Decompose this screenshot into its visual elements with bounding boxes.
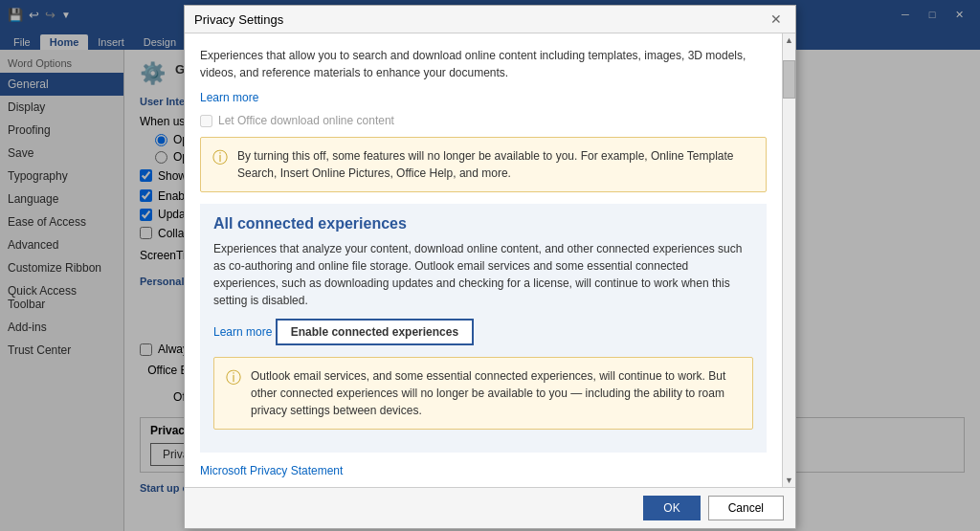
dialog-body-text: Experiences that allow you to search and… xyxy=(200,47,767,81)
dialog-content: Experiences that allow you to search and… xyxy=(185,33,782,487)
warning-box-2: ⓘ Outlook email services, and some essen… xyxy=(213,357,753,430)
warning-box-1: ⓘ By turning this off, some features wil… xyxy=(200,137,767,192)
let-office-label: Let Office download online content xyxy=(218,114,394,127)
main-area: Word Options General Display Proofing Sa… xyxy=(0,50,980,531)
warning-icon-2: ⓘ xyxy=(226,368,241,388)
warning-icon-1: ⓘ xyxy=(212,148,228,168)
ok-button[interactable]: OK xyxy=(643,496,700,520)
dialog-title: Privacy Settings xyxy=(194,12,283,27)
learn-more-link-1[interactable]: Learn more xyxy=(200,91,258,104)
warning-text-1: By turning this off, some features will … xyxy=(237,147,754,182)
scroll-down[interactable]: ▼ xyxy=(783,474,795,487)
enable-connected-button[interactable]: Enable connected experiences xyxy=(276,319,474,345)
let-office-check xyxy=(200,115,212,127)
scrollbar-thumb[interactable] xyxy=(783,60,795,99)
dialog-footer: OK Cancel xyxy=(185,487,795,528)
cancel-button[interactable]: Cancel xyxy=(708,496,784,520)
all-connected-title: All connected experiences xyxy=(213,215,753,232)
dialog-scrollbar[interactable]: ▲ ▼ xyxy=(782,33,795,487)
dialog-close-button[interactable]: ✕ xyxy=(767,11,786,27)
let-office-row: Let Office download online content xyxy=(200,114,767,127)
warning-text-2: Outlook email services, and some essenti… xyxy=(251,367,741,419)
all-connected-section: All connected experiences Experiences th… xyxy=(200,204,767,453)
privacy-dialog: Privacy Settings ✕ Experiences that allo… xyxy=(184,5,796,529)
dialog-titlebar: Privacy Settings ✕ xyxy=(185,6,795,33)
dialog-overlay: Privacy Settings ✕ Experiences that allo… xyxy=(0,0,980,531)
scroll-up[interactable]: ▲ xyxy=(783,33,795,47)
privacy-statement-link[interactable]: Microsoft Privacy Statement xyxy=(200,464,343,477)
all-connected-body: Experiences that analyze your content, d… xyxy=(213,240,753,309)
learn-more-link-2[interactable]: Learn more xyxy=(213,325,272,339)
